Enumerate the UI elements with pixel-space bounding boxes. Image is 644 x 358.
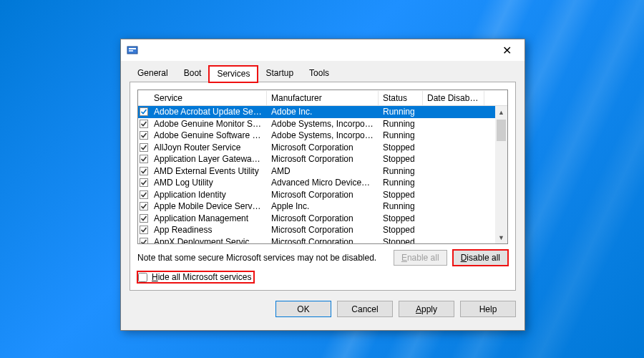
svg-rect-11 [140,203,148,211]
tab-general[interactable]: General [130,65,176,82]
svg-rect-7 [140,155,148,163]
table-row[interactable]: App ReadinessMicrosoft CorporationStoppe… [138,224,507,236]
scroll-thumb[interactable] [497,120,506,141]
tab-tools[interactable]: Tools [301,65,337,82]
row-checkbox[interactable] [138,155,150,163]
msconfig-dialog: ✕ General Boot Services Startup Tools Se… [120,39,525,331]
svg-rect-5 [140,132,148,140]
cell-status: Running [379,178,423,188]
disable-all-button[interactable]: Disable all [453,250,508,266]
col-manufacturer[interactable]: Manufacturer [267,91,379,105]
table-body: Adobe Acrobat Update ServiceAdobe Inc.Ru… [138,106,507,244]
svg-rect-9 [140,179,148,187]
services-panel: Service Manufacturer Status Date Disable… [130,82,516,291]
svg-rect-10 [140,190,148,198]
svg-rect-12 [140,214,148,222]
cell-service: Application Management [150,213,267,223]
table-row[interactable]: Adobe Acrobat Update ServiceAdobe Inc.Ru… [138,106,507,118]
row-checkbox[interactable] [138,226,150,234]
hide-microsoft-label: Hide all Microsoft services [152,272,251,282]
tab-services[interactable]: Services [209,66,258,82]
cell-service: Adobe Genuine Monitor Service [150,119,267,129]
col-date-disabled[interactable]: Date Disabled [423,91,484,105]
close-button[interactable]: ✕ [495,41,519,60]
row-checkbox[interactable] [138,202,150,211]
cell-manufacturer: Adobe Inc. [267,107,379,117]
cell-service: AppX Deployment Service (AppX... [150,237,267,244]
ok-button[interactable]: OK [275,301,331,317]
row-checkbox[interactable] [138,107,150,116]
table-row[interactable]: AppX Deployment Service (AppX...Microsof… [138,236,507,245]
cell-manufacturer: Apple Inc. [267,201,379,211]
table-header: Service Manufacturer Status Date Disable… [138,90,507,106]
tab-strip: General Boot Services Startup Tools [121,61,525,82]
table-row[interactable]: AllJoyn Router ServiceMicrosoft Corporat… [138,142,507,154]
tab-startup[interactable]: Startup [258,65,301,82]
scroll-up-button[interactable]: ▲ [495,106,507,118]
row-checkbox[interactable] [138,120,150,128]
row-checkbox[interactable] [138,178,150,187]
svg-rect-13 [140,226,148,234]
cell-status: Stopped [379,225,423,235]
table-row[interactable]: AMD Log UtilityAdvanced Micro Devices, I… [138,177,507,189]
note-text: Note that some secure Microsoft services… [137,253,376,263]
cell-manufacturer: Microsoft Corporation [267,154,379,164]
table-row[interactable]: Application Layer Gateway ServiceMicroso… [138,153,507,165]
cell-service: AllJoyn Router Service [150,142,267,153]
cell-service: AMD Log Utility [150,178,267,188]
cell-service: Application Layer Gateway Service [150,154,267,164]
cell-service: App Readiness [150,225,267,235]
cell-status: Running [379,166,423,176]
cell-manufacturer: Microsoft Corporation [267,237,379,244]
row-checkbox[interactable] [138,143,150,152]
row-checkbox[interactable] [138,190,150,199]
table-row[interactable]: Adobe Genuine Software Integri...Adobe S… [138,130,507,142]
col-status[interactable]: Status [379,91,423,105]
cell-status: Running [379,201,423,211]
help-button[interactable]: Help [460,301,516,317]
svg-rect-1 [129,48,136,49]
cell-status: Running [379,119,423,129]
row-checkbox[interactable] [138,167,150,175]
cell-status: Running [379,130,423,140]
row-checkbox[interactable] [138,214,150,223]
table-row[interactable]: Application IdentityMicrosoft Corporatio… [138,189,507,201]
app-icon [127,44,138,56]
enable-all-button[interactable]: Enable all [394,250,447,266]
hide-microsoft-checkbox-row[interactable]: Hide all Microsoft services [137,271,254,283]
svg-rect-8 [140,167,148,175]
row-checkbox[interactable] [138,238,150,244]
cell-status: Stopped [379,154,423,164]
cell-service: Apple Mobile Device Service [150,201,267,211]
table-row[interactable]: AMD External Events UtilityAMDRunning [138,165,507,178]
cell-manufacturer: Adobe Systems, Incorpora... [267,130,379,140]
cell-manufacturer: Microsoft Corporation [267,213,379,223]
cell-status: Stopped [379,190,423,200]
dialog-buttons: OK Cancel Apply Help [121,296,525,324]
table-row[interactable]: Apple Mobile Device ServiceApple Inc.Run… [138,200,507,213]
table-row[interactable]: Adobe Genuine Monitor ServiceAdobe Syste… [138,118,507,130]
cell-service: Application Identity [150,190,267,200]
table-row[interactable]: Application ManagementMicrosoft Corporat… [138,213,507,225]
hide-microsoft-checkbox[interactable] [138,273,147,282]
titlebar: ✕ [121,39,525,61]
cell-manufacturer: Adobe Systems, Incorpora... [267,119,379,129]
col-service[interactable]: Service [150,91,267,105]
apply-button[interactable]: Apply [399,301,454,317]
scroll-track[interactable] [495,118,507,231]
tab-boot[interactable]: Boot [176,65,210,82]
cell-manufacturer: Microsoft Corporation [267,190,379,200]
cell-status: Stopped [379,213,423,223]
svg-rect-4 [140,120,148,127]
svg-rect-3 [140,108,148,116]
cancel-button[interactable]: Cancel [337,301,393,317]
vertical-scrollbar[interactable]: ▲ ▼ [495,106,507,243]
row-checkbox[interactable] [138,131,150,140]
svg-rect-6 [140,143,148,151]
scroll-down-button[interactable]: ▼ [495,231,507,243]
cell-status: Stopped [379,142,423,153]
cell-manufacturer: Microsoft Corporation [267,225,379,235]
cell-manufacturer: AMD [267,166,379,176]
cell-service: Adobe Acrobat Update Service [150,107,267,117]
services-table: Service Manufacturer Status Date Disable… [137,90,508,244]
